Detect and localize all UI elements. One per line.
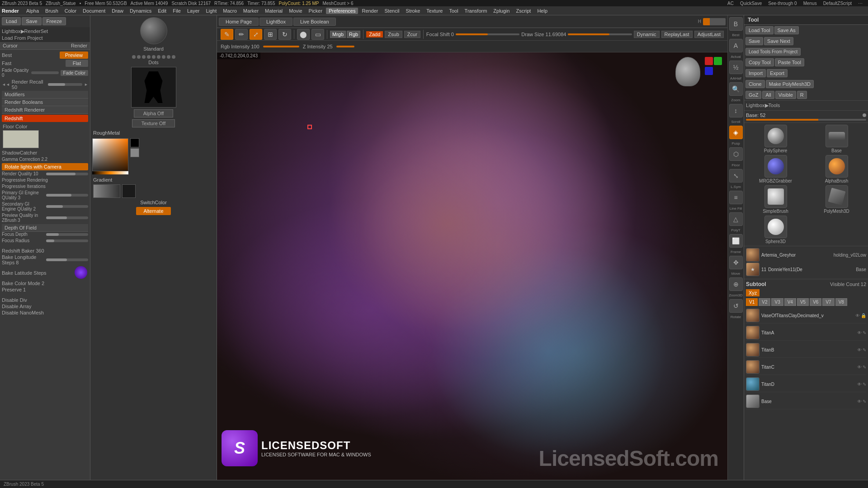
menu-tool[interactable]: Tool — [446, 8, 461, 14]
clone-btn[interactable]: Clone — [745, 80, 765, 88]
draw-btn[interactable]: ✏ — [235, 29, 248, 40]
focus-depth-slider[interactable] — [46, 233, 89, 236]
subtool-titand[interactable]: TitanD 👁 ✎ — [746, 376, 866, 392]
edit-icon-a[interactable]: ✎ — [863, 330, 866, 335]
edit-icon-base[interactable]: ✎ — [863, 399, 866, 404]
aahalf-icon[interactable]: ½ — [729, 61, 743, 74]
zcur-btn[interactable]: Zcur — [404, 31, 420, 38]
floor-icon[interactable]: ⬡ — [729, 147, 743, 161]
menu-render[interactable]: Render — [359, 8, 381, 14]
v8-btn[interactable]: V8 — [835, 298, 847, 306]
sphere3d-item[interactable]: Sphere3D — [746, 216, 805, 244]
rotate-lights-btn[interactable]: Rotate lights with Camera — [2, 163, 88, 170]
v3-btn[interactable]: V3 — [771, 298, 783, 306]
paste-tool-btn[interactable]: Paste Tool — [775, 58, 804, 66]
rgb-intensity-bar[interactable] — [263, 46, 299, 47]
export-btn[interactable]: Export — [767, 69, 788, 77]
all-btn[interactable]: All — [762, 91, 774, 99]
disable-array-btn[interactable]: Disable Array — [2, 303, 88, 310]
redshift-renderer-section[interactable]: Redshift Renderer — [2, 106, 88, 114]
color-picker[interactable] — [92, 138, 128, 174]
bake-latitude-control[interactable] — [75, 266, 88, 280]
save-as-btn[interactable]: Save As — [774, 26, 799, 34]
modifiers-section[interactable]: Modifiers — [2, 91, 88, 99]
save-next-btn[interactable]: Save Next — [764, 37, 793, 45]
v1-btn[interactable]: V1 — [746, 298, 758, 306]
home-page-tab[interactable]: Home Page — [219, 18, 259, 26]
focal-shift-slider[interactable] — [456, 33, 519, 35]
rotate-btn[interactable]: ↻ — [278, 29, 291, 40]
frame-icon[interactable]: ⬜ — [729, 234, 743, 248]
menu-zscript[interactable]: Zscript — [513, 8, 533, 14]
subtool-titanc[interactable]: TitanC 👁 ✎ — [746, 359, 866, 375]
eye-icon-b[interactable]: 👁 — [857, 347, 862, 352]
goz-btn[interactable]: GoZ — [745, 91, 761, 99]
color-swatch-gray[interactable] — [130, 148, 139, 157]
best-icon[interactable]: B — [729, 17, 743, 31]
rgb-btn[interactable]: Rgb — [347, 31, 360, 38]
hue-slider[interactable] — [92, 171, 128, 174]
flat-btn-2[interactable]: ▭ — [311, 29, 324, 40]
seethrough-label[interactable]: See-through 0 — [768, 1, 797, 6]
z-intensity-bar[interactable] — [336, 46, 354, 47]
disable-nanomesh-btn[interactable]: Disable NanoMesh — [2, 310, 88, 316]
v7-btn[interactable]: V7 — [822, 298, 834, 306]
edit-btn[interactable]: ✎ — [221, 29, 233, 40]
menu-picker[interactable]: Picker — [306, 8, 326, 14]
fade-opacity-slider[interactable] — [31, 71, 59, 74]
edit-icon-c[interactable]: ✎ — [863, 365, 866, 370]
live-boolean-tab[interactable]: Live Boolean — [293, 18, 336, 26]
draw-size-slider[interactable] — [568, 33, 632, 35]
color-gradient-area[interactable] — [92, 138, 128, 174]
lightbox-tools-link[interactable]: Lightbox▶Tools — [746, 103, 866, 108]
eye-icon-a[interactable]: 👁 — [857, 330, 862, 335]
eye-icon-d[interactable]: 👁 — [857, 382, 862, 387]
menu-material[interactable]: Material — [262, 8, 285, 14]
alphabrush-item[interactable]: AlphaBrush — [807, 155, 866, 183]
subtool-titana[interactable]: TitanA 👁 ✎ — [746, 325, 866, 341]
head-viewport-widget[interactable] — [675, 57, 705, 91]
menu-preferences[interactable]: Preferences — [326, 8, 358, 14]
subtool-vasetitans[interactable]: VaseOfTitansClayDecimated_v 👁 🔒 — [746, 308, 866, 324]
dof-section[interactable]: Depth Of Field — [2, 224, 88, 232]
v2-btn[interactable]: V2 — [759, 298, 770, 306]
quality-slider[interactable] — [46, 173, 89, 175]
menu-transform[interactable]: Transform — [462, 8, 490, 14]
linefill-icon[interactable]: ≡ — [729, 191, 743, 204]
flat-btn[interactable]: Flat — [66, 60, 88, 67]
make-polymesh-btn[interactable]: Make PolyMesh3D — [766, 80, 814, 88]
menu-light[interactable]: Light — [203, 8, 219, 14]
replay-last-btn[interactable]: ReplayLast — [661, 31, 693, 38]
main-viewport[interactable]: -0.742,0.204,0.243 S LICENSEDSOFT LICENS… — [217, 52, 727, 480]
eye-icon[interactable]: 👁 — [855, 313, 860, 318]
save-btn[interactable]: Save — [745, 37, 763, 45]
gradient-swatch-1[interactable] — [93, 184, 120, 198]
copy-tool-btn[interactable]: Copy Tool — [745, 58, 774, 66]
menu-marker[interactable]: Marker — [241, 8, 261, 14]
save-button[interactable]: Save — [22, 17, 41, 25]
menu-edit[interactable]: Edit — [155, 8, 169, 14]
pusp-icon[interactable]: ◈ — [729, 126, 743, 139]
sphere-btn[interactable]: ⬤ — [297, 29, 310, 40]
r-btn[interactable]: R — [797, 91, 807, 99]
load-button[interactable]: Load — [2, 17, 21, 25]
bake-longitude-slider[interactable] — [46, 258, 89, 261]
preview-btn[interactable]: Preview — [60, 52, 88, 59]
zoom-icon[interactable]: 🔍 — [729, 82, 743, 96]
floor-color-swatch[interactable] — [3, 130, 39, 148]
gradient-swatch-2[interactable] — [122, 184, 136, 198]
menu-stroke[interactable]: Stroke — [403, 8, 423, 14]
move-3d-icon[interactable]: ✥ — [729, 256, 743, 269]
lock-icon[interactable]: 🔒 — [861, 313, 866, 318]
lightbox-renderset-link[interactable]: Lightbox▶RenderSet — [2, 28, 88, 35]
freeze-button[interactable]: Freeze — [42, 17, 66, 25]
menu-document[interactable]: Document — [80, 8, 108, 14]
texture-off-btn[interactable]: Texture Off — [132, 119, 175, 127]
load-from-project-link[interactable]: Load From Project — [2, 35, 88, 41]
eye-icon-base[interactable]: 👁 — [857, 399, 862, 404]
edit-icon-d[interactable]: ✎ — [863, 382, 866, 387]
polysphere-item[interactable]: PolySphere — [746, 125, 805, 153]
menu-file[interactable]: File — [170, 8, 184, 14]
cursor-section[interactable]: Cursor Render — [0, 42, 90, 50]
menu-movie[interactable]: Movie — [286, 8, 305, 14]
